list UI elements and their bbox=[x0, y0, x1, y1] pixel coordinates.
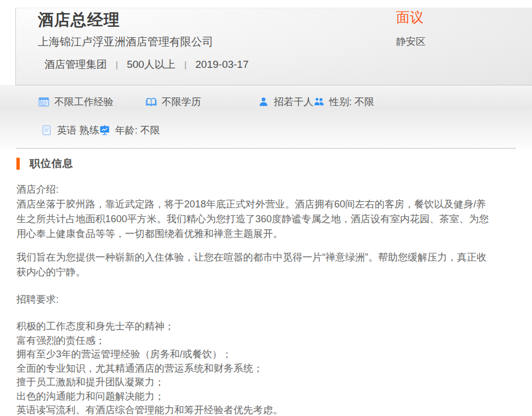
language-icon bbox=[41, 125, 52, 136]
company-meta: 酒店管理集团|500人以上|2019-03-17 bbox=[44, 57, 249, 72]
job-attributes-row-2: 英语 熟练 年龄: 不限 bbox=[41, 124, 160, 137]
job-attribute-item: 性别: 不限 bbox=[313, 95, 374, 108]
description-line: 酒店坐落于胶州路，靠近武定路，将于2018年底正式对外营业。酒店拥有60间左右的… bbox=[16, 197, 516, 212]
meta-separator: | bbox=[116, 60, 118, 70]
age-icon bbox=[99, 125, 110, 136]
job-header-card: 酒店总经理 上海锦江卢浮亚洲酒店管理有限公司 酒店管理集团|500人以上|201… bbox=[15, 8, 532, 85]
job-attribute-label: 不限学历 bbox=[162, 95, 201, 108]
description-line: 生之所共计占地面积1600平方米。我们精心为您打造了360度静谧专属之地，酒店设… bbox=[16, 212, 516, 227]
meta-separator: | bbox=[184, 60, 186, 70]
description-line: 英语读写流利、有酒店综合管理能力和筹开经验者优先考虑。 bbox=[16, 403, 516, 416]
gender-icon bbox=[313, 96, 324, 107]
description-paragraph: 积极的工作态度和身先士卒的精神；富有强烈的责任感；拥有至少3年的营运管理经验（房… bbox=[16, 320, 516, 416]
company-name: 上海锦江卢浮亚洲酒店管理有限公司 bbox=[38, 34, 213, 49]
description-line: 拥有至少3年的营运管理经验（房务和/或餐饮）； bbox=[16, 348, 516, 362]
section-divider bbox=[16, 148, 516, 149]
job-attributes-row-1: 不限工作经验 不限学历 招若干人 性别: 不限 bbox=[38, 95, 374, 108]
job-title: 酒店总经理 bbox=[38, 9, 120, 31]
experience-icon bbox=[38, 96, 49, 107]
education-icon bbox=[146, 96, 157, 107]
description-line: 出色的沟通能力和问题解决能力； bbox=[16, 390, 516, 404]
header-background-band bbox=[0, 85, 532, 149]
job-attribute-label: 性别: 不限 bbox=[329, 95, 374, 108]
headcount-icon bbox=[258, 96, 269, 107]
description-line: 积极的工作态度和身先士卒的精神； bbox=[16, 320, 516, 334]
company-size-label: 500人以上 bbox=[127, 59, 175, 70]
section-header: 职位信息 bbox=[16, 157, 73, 171]
section-title: 职位信息 bbox=[30, 157, 73, 171]
job-attribute-label: 年龄: 不限 bbox=[115, 124, 160, 137]
section-accent-bar bbox=[16, 158, 20, 170]
job-attribute-item: 招若干人 bbox=[258, 95, 313, 108]
job-attribute-label: 不限工作经验 bbox=[54, 95, 113, 108]
job-attribute-item: 不限工作经验 bbox=[38, 95, 146, 108]
job-description: 酒店介绍:酒店坐落于胶州路，靠近武定路，将于2018年底正式对外营业。酒店拥有6… bbox=[16, 182, 516, 416]
description-line: 富有强烈的责任感； bbox=[16, 334, 516, 348]
description-paragraph: 酒店介绍:酒店坐落于胶州路，靠近武定路，将于2018年底正式对外营业。酒店拥有6… bbox=[16, 182, 516, 241]
description-line: 全面的专业知识，尤其精通酒店的营运系统和财务系统； bbox=[16, 362, 516, 376]
description-line: 用心奉上健康食品等等，一切都围绕着优雅和禅意主题展开。 bbox=[16, 227, 516, 241]
description-paragraph: 招聘要求: bbox=[16, 292, 516, 307]
job-attribute-item: 年龄: 不限 bbox=[99, 124, 160, 137]
publish-date: 2019-03-17 bbox=[196, 59, 249, 70]
job-attribute-item: 英语 熟练 bbox=[41, 124, 99, 137]
description-line: 招聘要求: bbox=[16, 292, 516, 307]
job-attribute-label: 招若干人 bbox=[274, 95, 313, 108]
description-line: 擅于员工激励和提升团队凝聚力； bbox=[16, 375, 516, 390]
salary-label: 面议 bbox=[396, 8, 424, 26]
job-attribute-item: 不限学历 bbox=[146, 95, 258, 108]
description-line: 我们旨在为您提供一种崭新的入住体验，让您在喧嚣的都市中觅得一片“禅意绿洲”。帮助… bbox=[16, 250, 516, 265]
job-attribute-label: 英语 熟练 bbox=[57, 124, 99, 137]
description-paragraph: 我们旨在为您提供一种崭新的入住体验，让您在喧嚣的都市中觅得一片“禅意绿洲”。帮助… bbox=[16, 250, 516, 280]
description-line: 酒店介绍: bbox=[16, 182, 516, 197]
description-line: 获内心的宁静。 bbox=[16, 265, 516, 280]
district-label: 静安区 bbox=[396, 35, 426, 48]
industry-label: 酒店管理集团 bbox=[44, 59, 107, 70]
